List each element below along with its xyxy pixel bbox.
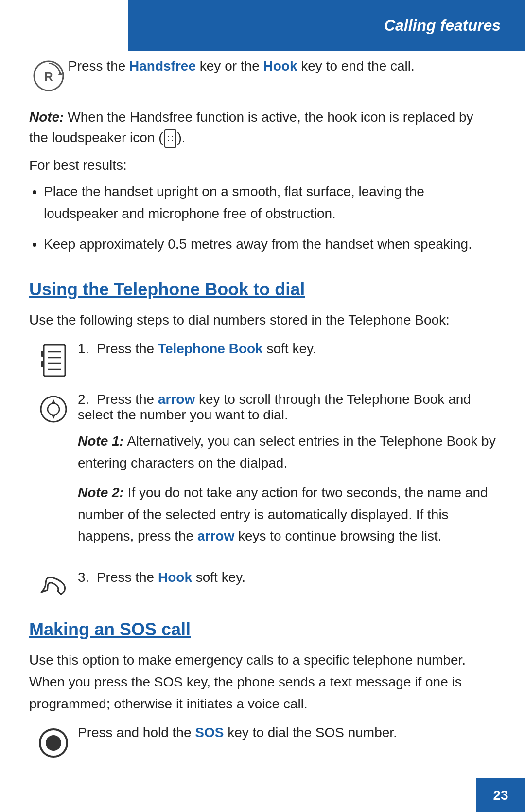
step-3-after: key to end the call.: [298, 58, 415, 73]
bullet-list: Place the handset upright on a smooth, f…: [29, 181, 496, 255]
bullet-2-text: Keep approximately 0.5 metres away from …: [44, 236, 472, 252]
redial-icon: R: [29, 58, 68, 92]
svg-rect-9: [41, 361, 44, 367]
for-best-results-label: For best results:: [29, 158, 496, 173]
hook-label-1: Hook: [263, 58, 298, 73]
step-2-num: 2. Press the: [78, 392, 158, 407]
svg-rect-3: [44, 345, 65, 376]
section1-intro: Use the following steps to dial numbers …: [29, 309, 496, 331]
svg-marker-2: [58, 71, 62, 75]
phonebook-icon: [29, 341, 78, 377]
bullet-item-2: Keep approximately 0.5 metres away from …: [44, 234, 496, 255]
page-number: 23: [493, 788, 508, 803]
sos-icon: [29, 725, 78, 759]
hook-svg: [36, 574, 70, 595]
note2-end: keys to continue browsing the list.: [234, 528, 441, 543]
svg-marker-12: [52, 399, 55, 403]
svg-point-11: [48, 403, 59, 415]
step-2-content: 2. Press the arrow key to scroll through…: [78, 392, 496, 555]
footer: 23: [476, 778, 525, 812]
sos-text-after: key to dial the SOS number.: [224, 725, 397, 740]
section2-intro: Use this option to make emergency calls …: [29, 650, 496, 715]
step-3-hook-num: 3. Press the: [78, 570, 158, 585]
step-3-hook-content: 3. Press the Hook soft key.: [78, 570, 496, 585]
arrow-svg: [39, 395, 68, 424]
section2-heading: Making an SOS call: [29, 619, 496, 640]
note2-bold: Note 2:: [78, 485, 124, 500]
arrow-icon: [29, 392, 78, 424]
sos-label: SOS: [195, 725, 224, 740]
hook-icon: [29, 570, 78, 595]
svg-rect-8: [41, 351, 44, 357]
note1: Note 1: Alternatively, you can select en…: [78, 431, 496, 474]
header-bar: Calling features: [128, 0, 525, 51]
sos-text-before: Press and hold the: [78, 725, 195, 740]
step-2-arrow: 2. Press the arrow key to scroll through…: [29, 392, 496, 555]
sos-step: Press and hold the SOS key to dial the S…: [29, 725, 496, 759]
note-handsfree-text: When the Handsfree function is active, t…: [29, 109, 473, 145]
phonebook-svg: [40, 344, 67, 377]
sos-step-content: Press and hold the SOS key to dial the S…: [78, 725, 496, 740]
note-handsfree-end: ).: [177, 130, 186, 145]
bullet-1-text: Place the handset upright on a smooth, f…: [44, 184, 424, 221]
step-3-content: Press the Handsfree key or the Hook key …: [68, 58, 496, 74]
note-handsfree: Note: When the Handsfree function is act…: [29, 107, 496, 148]
main-content: R Press the Handsfree key or the Hook ke…: [0, 58, 525, 812]
note1-bold: Note 1:: [78, 433, 124, 449]
hook-label-2: Hook: [158, 570, 192, 585]
step-1-after: soft key.: [263, 341, 316, 356]
step-1-content: 1. Press the Telephone Book soft key.: [78, 341, 496, 357]
svg-marker-13: [52, 415, 55, 419]
step-1-phonebook: 1. Press the Telephone Book soft key.: [29, 341, 496, 377]
header-title: Calling features: [384, 17, 501, 35]
note2-arrow-label: arrow: [197, 528, 234, 543]
step-3-number: Press the: [68, 58, 129, 73]
step-3-middle: key or the: [196, 58, 263, 73]
step-1-num: 1. Press the: [78, 341, 158, 356]
loudspeaker-icon-inline: ∷: [164, 129, 176, 148]
svg-point-15: [46, 735, 61, 751]
note2: Note 2: If you do not take any action fo…: [78, 482, 496, 547]
svg-text:R: R: [44, 70, 52, 83]
note1-text: Alternatively, you can select entries in…: [78, 433, 496, 470]
step-3-hook: 3. Press the Hook soft key.: [29, 570, 496, 595]
step-3-handsfree: R Press the Handsfree key or the Hook ke…: [29, 58, 496, 92]
bullet-item-1: Place the handset upright on a smooth, f…: [44, 181, 496, 225]
arrow-label: arrow: [158, 392, 195, 407]
telephone-book-label: Telephone Book: [158, 341, 263, 356]
note-handsfree-bold: Note:: [29, 109, 64, 125]
handsfree-label: Handsfree: [129, 58, 196, 73]
redial-svg: R: [32, 59, 65, 92]
section1-heading: Using the Telephone Book to dial: [29, 279, 496, 300]
step-3-hook-after: soft key.: [192, 570, 245, 585]
sos-svg: [37, 727, 70, 759]
